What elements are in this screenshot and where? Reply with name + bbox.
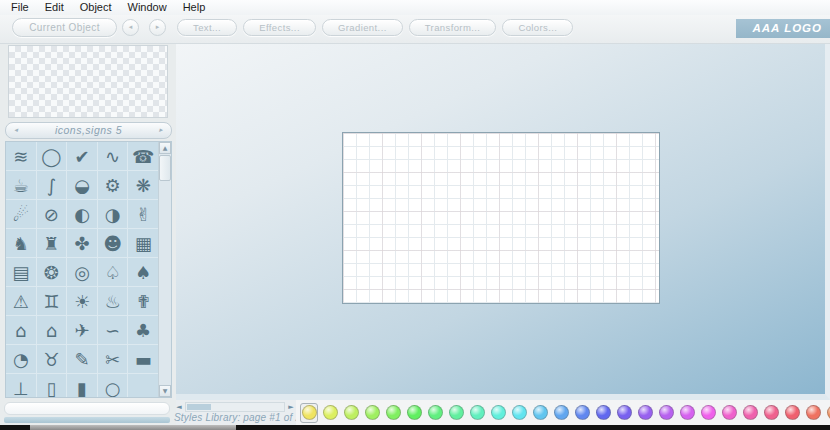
icon-bull-head[interactable]: ♉ [37,345,68,374]
palette-swatch-3[interactable] [342,403,360,423]
styles-library-scrollbar[interactable]: ◄ ► [174,402,296,412]
icon-house-solid[interactable]: ⌂ [37,316,68,345]
icon-globe-dark[interactable]: ◐ [67,200,98,229]
icon-pine-tree-outline[interactable]: ♤ [98,258,129,287]
icon-bowl[interactable]: ◒ [67,171,98,200]
icon-fire-circle[interactable]: ☀ [67,287,98,316]
menu-item-edit[interactable]: Edit [37,0,72,15]
icon-palm-tree[interactable]: ♣ [128,316,159,345]
palette-swatch-23[interactable] [762,403,780,423]
prev-object-button[interactable]: ◂ [122,19,139,36]
menu-item-window[interactable]: Window [120,0,175,15]
icon-squiggle[interactable]: ∫ [37,171,68,200]
menu-item-object[interactable]: Object [72,0,120,15]
icon-calculator[interactable]: ▤ [6,258,37,287]
scroll-down-icon[interactable]: ▼ [159,385,171,397]
palette-swatch-15[interactable] [594,403,612,423]
icon-wavy-line[interactable]: ∿ [98,142,129,171]
palette-swatch-13[interactable] [552,403,570,423]
icon-clover[interactable]: ✤ [67,229,98,258]
palette-swatch-1[interactable] [300,403,318,423]
icon-castle-people[interactable]: ♜ [37,229,68,258]
icon-spiral-thin[interactable]: ◎ [67,258,98,287]
gradient-button[interactable]: Gradient... [322,19,403,36]
color-dot [680,405,695,420]
icon-no-smoking-circle[interactable]: ⊘ [37,200,68,229]
palette-swatch-21[interactable] [720,403,738,423]
styles-next-icon[interactable]: ► [286,402,296,412]
icon-portrait-head[interactable]: ☻ [98,229,129,258]
palette-swatch-7[interactable] [426,403,444,423]
icon-globe-light[interactable]: ◑ [98,200,129,229]
icon-bus[interactable]: ▬ [128,345,159,374]
icon-wave-curl[interactable]: ☄ [6,200,37,229]
styles-scroll-thumb[interactable] [187,404,211,410]
palette-swatch-4[interactable] [363,403,381,423]
icon-house-with-sun[interactable]: ⌂ [6,316,37,345]
icon-eagle-emblem[interactable]: ✈ [67,316,98,345]
icon-gears[interactable]: ⚙ [98,171,129,200]
palette-swatch-16[interactable] [615,403,633,423]
palette-swatch-14[interactable] [573,403,591,423]
palette-swatch-9[interactable] [468,403,486,423]
icon-propeller-monument[interactable]: ⊥ [6,374,37,398]
palette-swatch-18[interactable] [657,403,675,423]
current-object-button[interactable]: Current Object [12,18,117,37]
icon-trash-can-outline[interactable]: ▯ [37,374,68,398]
text-button[interactable]: Text... [177,19,237,36]
icon-blank[interactable] [128,374,159,398]
icon-turtle[interactable]: ♞ [6,229,37,258]
palette-swatch-2[interactable] [321,403,339,423]
styles-prev-icon[interactable]: ◄ [174,402,184,412]
palette-swatch-17[interactable] [636,403,654,423]
palette-swatch-12[interactable] [531,403,549,423]
scroll-up-icon[interactable]: ▲ [159,142,171,154]
icon-pine-tree-solid[interactable]: ♠ [128,258,159,287]
transform-button[interactable]: Transform... [409,19,497,36]
icon-telephone[interactable]: ☎ [128,142,159,171]
styles-scroll-track[interactable] [185,402,285,412]
category-prev-icon[interactable]: ◂ [10,125,22,136]
palette-swatch-19[interactable] [678,403,696,423]
icon-coffee-cup[interactable]: ☕ [6,171,37,200]
icon-spiral-thick[interactable]: ❂ [37,258,68,287]
icon-squeegee-tool[interactable]: ✂ [98,345,129,374]
category-next-icon[interactable]: ▸ [155,125,167,136]
icon-pinwheel[interactable]: ❋ [128,171,159,200]
effects-button[interactable]: Effects... [243,19,316,36]
menu-item-file[interactable]: File [3,0,37,15]
palette-swatch-6[interactable] [405,403,423,423]
clipart-scrollbar[interactable]: ▲ ▼ [158,142,171,397]
taskbar-button-segment[interactable] [30,425,236,430]
icon-flame[interactable]: ♨ [98,287,129,316]
palette-swatch-8[interactable] [447,403,465,423]
icon-church[interactable]: ✟ [128,287,159,316]
palette-swatch-25[interactable] [804,403,822,423]
scrollbar-thumb[interactable] [159,155,171,181]
palette-swatch-24[interactable] [783,403,801,423]
palette-swatch-20[interactable] [699,403,717,423]
icon-triple-waves[interactable]: ≋ [6,142,37,171]
icon-ellipse-outline[interactable]: ○ [98,374,129,398]
palette-swatch-22[interactable] [741,403,759,423]
palette-swatch-5[interactable] [384,403,402,423]
colors-button[interactable]: Colors... [502,19,573,36]
palette-swatch-10[interactable] [489,403,507,423]
icon-brick-wall[interactable]: ▦ [128,229,159,258]
icon-bird-wings[interactable]: ∽ [98,316,129,345]
icon-trash-can-solid[interactable]: ▮ [67,374,98,398]
icon-fire-warning-triangle[interactable]: ⚠ [6,287,37,316]
color-dot [386,405,401,420]
icon-swoosh[interactable]: ✔ [67,142,98,171]
menu-item-help[interactable]: Help [175,0,214,15]
icon-two-people[interactable]: ♊ [37,287,68,316]
icon-pig-face[interactable]: ◔ [6,345,37,374]
palette-swatch-11[interactable] [510,403,528,423]
palette-swatch-26[interactable] [825,403,830,423]
icon-hand-print[interactable]: ✌ [128,200,159,229]
icon-paint-roller[interactable]: ✎ [67,345,98,374]
workspace[interactable] [176,44,830,400]
document-canvas[interactable] [342,132,660,304]
icon-circle-stroke[interactable]: ◯ [37,142,68,171]
next-object-button[interactable]: ▸ [149,19,166,36]
